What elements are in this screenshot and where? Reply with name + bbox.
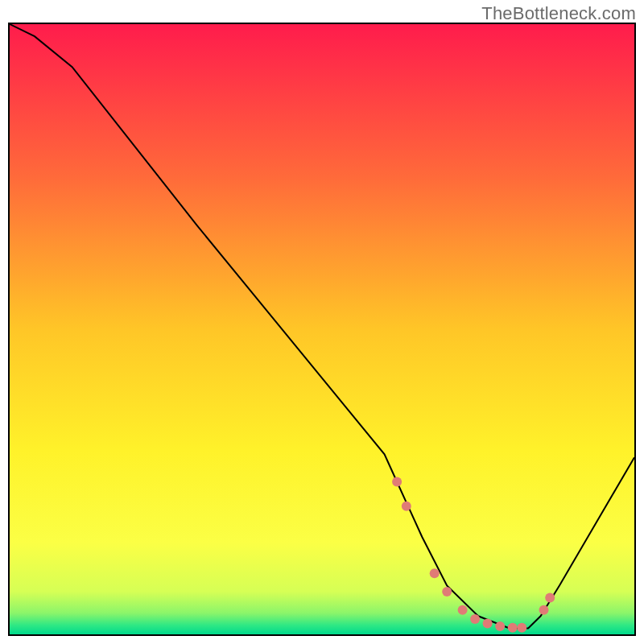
trough-marker: [442, 587, 452, 597]
curve-layer: [10, 24, 634, 634]
bottleneck-curve: [10, 24, 634, 628]
trough-marker: [495, 621, 505, 631]
trough-marker: [458, 605, 468, 615]
trough-marker: [430, 568, 440, 578]
attribution-text: TheBottleneck.com: [481, 3, 636, 24]
trough-marker: [539, 605, 549, 615]
trough-marker: [402, 502, 411, 511]
trough-marker: [483, 618, 493, 628]
trough-marker: [517, 623, 526, 633]
trough-markers-group: [392, 477, 555, 633]
trough-marker: [508, 623, 518, 633]
trough-marker: [470, 614, 480, 624]
plot-area: [8, 23, 636, 636]
trough-marker: [545, 593, 555, 603]
chart-container: TheBottleneck.com: [0, 0, 644, 644]
trough-marker: [392, 477, 402, 487]
